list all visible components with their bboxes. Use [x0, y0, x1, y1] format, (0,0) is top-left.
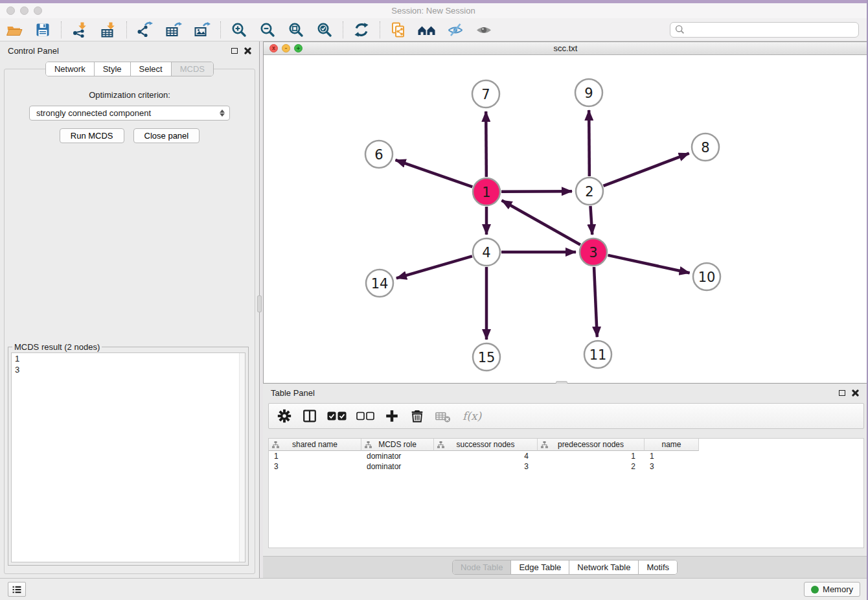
save-session-icon[interactable] — [29, 19, 57, 40]
deselect-all-checkboxes-icon[interactable] — [356, 406, 374, 426]
search-input[interactable] — [685, 25, 854, 34]
tab-motifs[interactable]: Motifs — [638, 560, 677, 574]
task-history-button[interactable] — [8, 582, 26, 597]
cell-shared-name[interactable]: 3 — [269, 461, 361, 472]
zoom-selected-icon[interactable] — [310, 19, 339, 40]
network-maximize-icon[interactable]: + — [294, 44, 303, 52]
criterion-dropdown[interactable]: strongly connected component — [29, 106, 230, 121]
close-panel-icon[interactable] — [244, 47, 251, 54]
cell-predecessor-nodes[interactable]: 1 — [538, 451, 645, 461]
vertical-splitter-handle[interactable] — [257, 295, 262, 312]
criterion-value: strongly connected component — [36, 108, 218, 118]
table-tabs: Node Table Edge Table Network Table Moti… — [452, 560, 678, 575]
table-header-row: shared name MCDS role successor nodes pr… — [269, 439, 863, 451]
graph-edge-2-9[interactable] — [589, 110, 589, 176]
import-network-icon[interactable] — [65, 19, 94, 40]
open-session-icon[interactable] — [0, 19, 29, 40]
first-neighbors-icon[interactable] — [413, 19, 441, 40]
network-minimize-icon[interactable]: - — [282, 44, 290, 52]
gear-icon[interactable] — [277, 406, 292, 426]
cell-name[interactable]: 1 — [645, 451, 699, 461]
column-header-name[interactable]: name — [645, 439, 699, 451]
float-table-panel-icon[interactable] — [839, 390, 845, 396]
close-table-panel-icon[interactable] — [852, 389, 859, 397]
memory-label: Memory — [823, 584, 853, 594]
graph-edge-1-6[interactable] — [395, 160, 472, 187]
table-row[interactable]: 3 dominator 3 2 3 — [269, 461, 863, 472]
graph-edge-2-3[interactable] — [590, 206, 592, 235]
column-header-predecessor-nodes[interactable]: predecessor nodes — [538, 439, 645, 451]
application-window: Session: New Session — [0, 0, 868, 600]
network-close-icon[interactable]: x — [269, 44, 278, 52]
graph-node-label-10: 10 — [698, 270, 716, 285]
table-row[interactable]: 1 dominator 4 1 1 — [269, 451, 863, 461]
hide-selected-icon[interactable] — [441, 19, 470, 40]
close-panel-button[interactable]: Close panel — [133, 128, 200, 143]
graph-edge-4-14[interactable] — [396, 256, 472, 278]
main-toolbar — [0, 18, 867, 41]
show-all-icon[interactable] — [470, 19, 498, 40]
cell-mcds-role[interactable]: dominator — [361, 451, 434, 461]
graph-edge-3-1[interactable] — [502, 200, 580, 244]
import-table-icon[interactable] — [94, 19, 122, 40]
toolbar-separator — [126, 21, 127, 38]
column-header-successor-nodes[interactable]: successor nodes — [434, 439, 538, 451]
result-scrollbar[interactable] — [239, 353, 245, 562]
delete-table-icon[interactable] — [435, 406, 451, 426]
cell-name[interactable]: 3 — [645, 461, 699, 472]
zoom-in-icon[interactable] — [225, 19, 253, 40]
column-header-mcds-role[interactable]: MCDS role — [361, 439, 434, 451]
graph-edge-3-10[interactable] — [608, 255, 689, 273]
tab-network-table[interactable]: Network Table — [569, 560, 638, 574]
toolbar-separator — [220, 21, 221, 38]
tab-network[interactable]: Network — [46, 62, 94, 76]
add-column-icon[interactable] — [384, 406, 400, 426]
graph-edge-1-2[interactable] — [501, 191, 572, 192]
column-label: successor nodes — [456, 440, 514, 449]
cell-successor-nodes[interactable]: 3 — [434, 461, 538, 472]
status-bar: Memory — [0, 578, 867, 600]
dropdown-stepper-icon — [218, 110, 227, 117]
result-line: 3 — [12, 364, 245, 375]
memory-button[interactable]: Memory — [804, 582, 860, 597]
control-panel-tabs: Network Style Select MCDS — [45, 62, 214, 76]
list-icon — [11, 584, 23, 595]
network-from-selection-icon[interactable] — [384, 19, 413, 40]
export-network-icon[interactable] — [131, 19, 159, 40]
network-canvas[interactable]: 7968124314101511 — [264, 55, 867, 383]
table-panel-title: Table Panel — [271, 388, 839, 398]
network-window-titlebar[interactable]: scc.txt x - + — [264, 42, 867, 55]
select-all-checkboxes-icon[interactable] — [327, 406, 347, 426]
cell-shared-name[interactable]: 1 — [269, 451, 361, 461]
zoom-fit-icon[interactable] — [282, 19, 310, 40]
tab-style[interactable]: Style — [94, 62, 130, 76]
tab-mcds[interactable]: MCDS — [171, 62, 213, 76]
split-columns-icon[interactable] — [302, 406, 317, 426]
export-image-icon[interactable] — [188, 19, 216, 40]
refresh-icon[interactable] — [347, 19, 376, 40]
tab-select[interactable]: Select — [130, 62, 171, 76]
delete-column-icon[interactable] — [409, 406, 425, 426]
tab-node-table[interactable]: Node Table — [453, 560, 511, 574]
control-panel-title: Control Panel — [8, 46, 231, 56]
cell-predecessor-nodes[interactable]: 2 — [538, 461, 645, 472]
column-header-shared-name[interactable]: shared name — [269, 439, 361, 451]
cell-successor-nodes[interactable]: 4 — [434, 451, 538, 461]
graph-edge-1-7[interactable] — [486, 111, 486, 177]
run-mcds-button[interactable]: Run MCDS — [60, 128, 124, 143]
mcds-result-textarea[interactable]: 1 3 — [11, 352, 246, 562]
function-builder-icon[interactable]: f(x) — [463, 410, 481, 422]
graph-node-label-6: 6 — [374, 147, 383, 163]
hierarchy-icon — [541, 441, 548, 448]
export-table-icon[interactable] — [159, 19, 188, 40]
result-line: 1 — [12, 353, 245, 364]
float-panel-icon[interactable] — [231, 48, 238, 54]
cell-mcds-role[interactable]: dominator — [361, 461, 434, 472]
graph-edge-3-11[interactable] — [594, 267, 597, 337]
graph-node-label-11: 11 — [589, 347, 607, 363]
graph-edge-2-8[interactable] — [604, 154, 689, 186]
column-label: name — [661, 440, 681, 449]
mac-titlebar: Session: New Session — [0, 3, 867, 18]
tab-edge-table[interactable]: Edge Table — [510, 560, 569, 574]
zoom-out-icon[interactable] — [253, 19, 282, 40]
